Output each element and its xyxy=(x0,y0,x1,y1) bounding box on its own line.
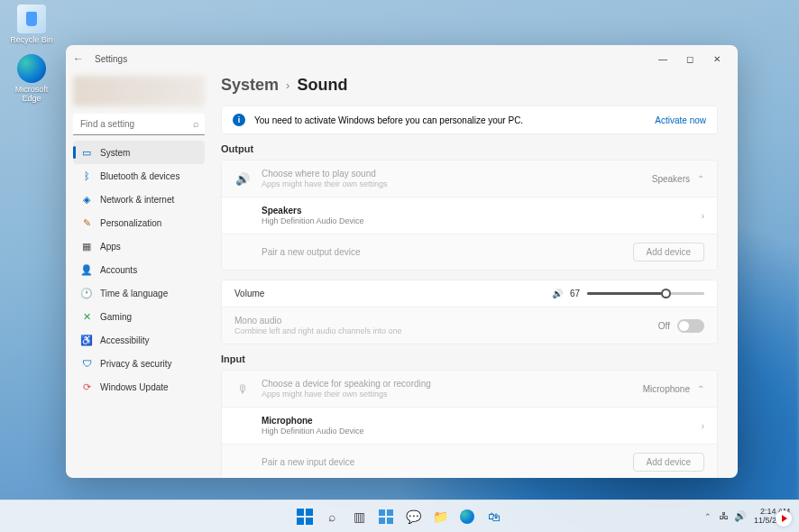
tray-volume-icon[interactable]: 🔊 xyxy=(734,510,747,522)
search-input[interactable] xyxy=(73,114,205,135)
edge-button[interactable] xyxy=(455,505,479,528)
nav-list: ▭System ᛒBluetooth & devices ◈Network & … xyxy=(73,141,205,399)
main-content: System › Sound i You need to activate Wi… xyxy=(212,72,738,478)
widgets-button[interactable] xyxy=(374,505,398,528)
input-device-row[interactable]: Microphone High Definition Audio Device … xyxy=(222,408,717,445)
nav-network[interactable]: ◈Network & internet xyxy=(73,188,205,211)
desktop-icon-edge[interactable]: Microsoft Edge xyxy=(9,54,54,103)
breadcrumb-parent[interactable]: System xyxy=(221,76,279,95)
sidebar: ⌕ ▭System ᛒBluetooth & devices ◈Network … xyxy=(66,72,212,478)
back-button[interactable]: ← xyxy=(73,52,84,65)
svg-rect-5 xyxy=(387,509,393,516)
recycle-bin-icon xyxy=(17,5,46,33)
accessibility-icon: ♿ xyxy=(80,334,93,346)
output-pair-row: Pair a new output device Add device xyxy=(222,234,717,270)
activate-banner: i You need to activate Windows before yo… xyxy=(221,105,718,134)
titlebar: ← Settings — ◻ ✕ xyxy=(66,45,738,72)
bluetooth-icon: ᛒ xyxy=(80,170,93,182)
chevron-right-icon: › xyxy=(286,78,289,92)
taskbar: ⌕ ▥ 💬 📁 🛍 ⌃ 🖧 🔊 2:14 AM 11/5/2021 xyxy=(0,500,799,532)
output-section-label: Output xyxy=(221,143,718,154)
nav-accessibility[interactable]: ♿Accessibility xyxy=(73,328,205,352)
nav-accounts[interactable]: 👤Accounts xyxy=(73,258,205,281)
chevron-right-icon: › xyxy=(702,211,704,221)
add-input-device-button[interactable]: Add device xyxy=(633,453,704,472)
chevron-up-icon: ⌃ xyxy=(697,384,704,394)
search-icon: ⌕ xyxy=(193,118,199,129)
input-choose-row[interactable]: 🎙 Choose a device for speaking or record… xyxy=(222,371,717,408)
chevron-right-icon: › xyxy=(702,421,704,431)
window-title: Settings xyxy=(95,54,127,64)
wifi-icon: ◈ xyxy=(80,193,93,206)
chevron-up-icon: ⌃ xyxy=(697,174,704,184)
account-icon: 👤 xyxy=(80,263,93,276)
activate-link[interactable]: Activate now xyxy=(655,115,706,125)
mono-audio-toggle[interactable] xyxy=(677,319,704,333)
nav-personalization[interactable]: ✎Personalization xyxy=(73,211,205,234)
input-section-label: Input xyxy=(221,353,718,364)
input-pair-row: Pair a new input device Add device xyxy=(222,445,717,478)
maximize-button[interactable]: ◻ xyxy=(676,49,703,69)
desktop-icon-label: Microsoft Edge xyxy=(9,85,54,103)
svg-rect-1 xyxy=(306,509,313,516)
clock-icon: 🕐 xyxy=(80,287,93,299)
speaker-icon: 🔊 xyxy=(234,172,251,186)
settings-window: ← Settings — ◻ ✕ ⌕ ▭System ᛒBluetooth & … xyxy=(66,45,738,478)
svg-rect-7 xyxy=(387,518,393,524)
add-output-device-button[interactable]: Add device xyxy=(633,243,704,261)
info-icon: i xyxy=(233,114,245,126)
desktop-icon-label: Recycle Bin xyxy=(9,35,54,44)
activate-message: You need to activate Windows before you … xyxy=(254,115,523,125)
store-button[interactable]: 🛍 xyxy=(482,505,506,528)
tray-chevron[interactable]: ⌃ xyxy=(704,512,712,521)
task-view-button[interactable]: ▥ xyxy=(347,505,371,528)
desktop-icon-recycle-bin[interactable]: Recycle Bin xyxy=(9,5,54,44)
apps-icon: ▦ xyxy=(80,240,93,252)
start-button[interactable] xyxy=(293,505,317,528)
nav-gaming[interactable]: ✕Gaming xyxy=(73,305,205,328)
brush-icon: ✎ xyxy=(80,216,93,229)
watermark-badge xyxy=(776,510,792,527)
update-icon: ⟳ xyxy=(80,381,93,393)
svg-rect-3 xyxy=(306,518,313,525)
file-explorer-button[interactable]: 📁 xyxy=(428,505,452,528)
gaming-icon: ✕ xyxy=(80,310,93,323)
svg-rect-2 xyxy=(297,518,304,525)
output-volume-row: Volume 🔊 67 xyxy=(222,280,717,307)
nav-bluetooth[interactable]: ᛒBluetooth & devices xyxy=(73,164,205,188)
nav-system[interactable]: ▭System xyxy=(73,141,205,164)
volume-icon[interactable]: 🔊 xyxy=(552,289,563,298)
nav-apps[interactable]: ▦Apps xyxy=(73,234,205,258)
mono-audio-row: Mono audio Combine left and right audio … xyxy=(222,307,717,344)
tray-network-icon[interactable]: 🖧 xyxy=(719,510,729,522)
output-volume-slider[interactable] xyxy=(587,292,704,295)
system-icon: ▭ xyxy=(80,146,93,159)
breadcrumb-current: Sound xyxy=(297,76,347,95)
search-button[interactable]: ⌕ xyxy=(320,505,344,528)
taskbar-center: ⌕ ▥ 💬 📁 🛍 xyxy=(293,505,506,528)
shield-icon: 🛡 xyxy=(80,357,93,370)
output-choose-row[interactable]: 🔊 Choose where to play sound Apps might … xyxy=(222,161,717,197)
minimize-button[interactable]: — xyxy=(649,49,676,69)
profile-card[interactable] xyxy=(73,76,205,106)
edge-icon xyxy=(17,54,46,83)
nav-windows-update[interactable]: ⟳Windows Update xyxy=(73,375,205,399)
nav-time-language[interactable]: 🕐Time & language xyxy=(73,281,205,305)
svg-rect-4 xyxy=(379,509,385,516)
chat-button[interactable]: 💬 xyxy=(401,505,425,528)
svg-rect-6 xyxy=(379,518,385,524)
output-device-row[interactable]: Speakers High Definition Audio Device › xyxy=(222,197,717,234)
svg-rect-0 xyxy=(297,509,304,516)
breadcrumb: System › Sound xyxy=(221,76,718,95)
nav-privacy[interactable]: 🛡Privacy & security xyxy=(73,352,205,375)
close-button[interactable]: ✕ xyxy=(703,49,730,69)
microphone-icon: 🎙 xyxy=(234,382,251,396)
